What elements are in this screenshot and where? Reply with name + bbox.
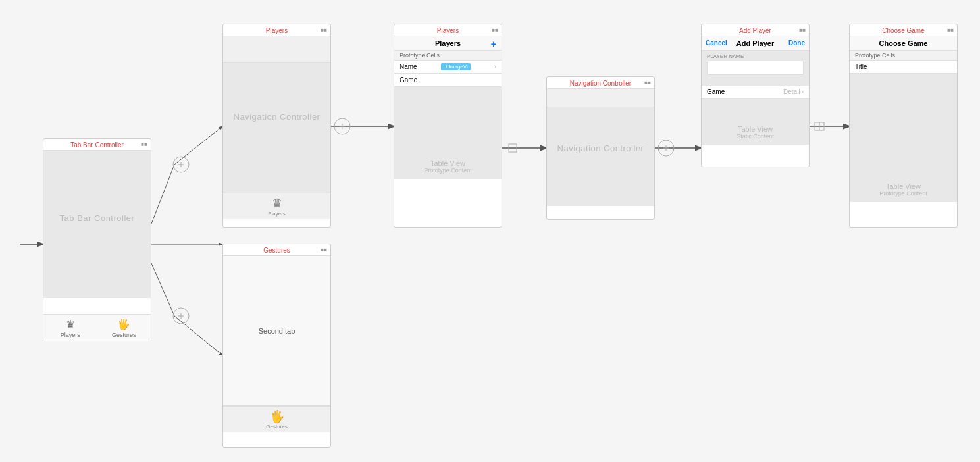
tab-item-players[interactable]: ♛ Players — [43, 315, 97, 342]
tbc-menu-dots[interactable]: ■■ — [141, 141, 147, 147]
nc1-footer-icon: ♛ — [272, 196, 282, 211]
players-title-bar: Players ■■ — [394, 24, 502, 36]
done-btn[interactable]: Done — [788, 39, 805, 47]
tbc-title-bar: Tab Bar Controller ■■ — [43, 139, 151, 151]
add-player-spacer — [702, 78, 809, 86]
svg-line-5 — [174, 316, 222, 355]
players-scene-frame: Players ■■ Players + Prototype Cells Nam… — [394, 24, 502, 228]
storyboard-canvas: Tab Bar Controller ■■ Tab Bar Controller… — [0, 0, 980, 462]
gestures-frame: Gestures ■■ Second tab 🖐 Gestures — [222, 244, 331, 448]
players-tv-sublabel: Prototype Content — [394, 167, 502, 174]
add-player-nav-title: Add Player — [736, 39, 774, 47]
players-nav-bar: Players + — [394, 36, 502, 51]
svg-line-1 — [151, 165, 174, 224]
nc2-title-bar: Navigation Controller ■■ — [547, 77, 654, 89]
choose-game-title-row[interactable]: Title — [850, 61, 957, 74]
tab-item-gestures[interactable]: 🖐 Gestures — [97, 315, 151, 342]
choose-game-title-bar: Choose Game ■■ — [850, 24, 957, 36]
add-player-game-label: Game — [707, 88, 725, 95]
add-player-title-bar: Add Player ■■ — [702, 24, 809, 36]
nc2-nav-placeholder — [547, 89, 654, 107]
choose-game-tv-sublabel: Prototype Content — [850, 190, 957, 197]
tbc-body: Tab Bar Controller — [43, 151, 151, 298]
gestures-tab-label: Gestures — [112, 332, 136, 338]
add-player-menu-dots[interactable]: ■■ — [799, 27, 806, 33]
choose-game-menu-dots[interactable]: ■■ — [947, 27, 954, 33]
nc2-label: Navigation Controller — [547, 143, 654, 153]
add-player-scene-title: Add Player — [739, 27, 771, 34]
gestures-tab-icon: 🖐 — [117, 318, 130, 330]
detail-label: Detail — [783, 88, 800, 95]
tbc-tab-bar: ♛ Players 🖐 Gestures — [43, 314, 151, 342]
add-player-tv-sublabel: Static Content — [702, 133, 809, 140]
gestures-menu-dots[interactable]: ■■ — [321, 247, 327, 253]
player-name-section: PLAYER NAME — [702, 51, 809, 78]
players-scene-title: Players — [437, 27, 459, 34]
choose-game-tv-label-area: Table View Prototype Content — [850, 182, 957, 197]
nc2-menu-dots[interactable]: ■■ — [644, 80, 651, 86]
nav-controller-2-frame: Navigation Controller ■■ Navigation Cont… — [546, 76, 655, 220]
svg-rect-17 — [509, 144, 517, 152]
nc1-label: Navigation Controller — [223, 112, 330, 122]
choose-game-frame: Choose Game ■■ Choose Game Prototype Cel… — [849, 24, 958, 228]
nc1-footer: ♛ Players — [223, 193, 330, 219]
tab-bar-controller-frame: Tab Bar Controller ■■ Tab Bar Controller… — [43, 138, 151, 342]
svg-point-9 — [173, 308, 189, 324]
gestures-body: Second tab — [223, 256, 330, 406]
add-player-detail: Detail › — [783, 88, 804, 95]
svg-line-2 — [174, 126, 222, 165]
svg-rect-23 — [815, 122, 824, 130]
gestures-scene-title: Gestures — [263, 247, 290, 254]
detail-arrow: › — [802, 88, 804, 95]
players-tv-label: Table View — [394, 159, 502, 167]
players-tab-label: Players — [61, 332, 80, 338]
nc1-menu-dots[interactable]: ■■ — [321, 27, 327, 33]
gestures-footer-label: Gestures — [266, 424, 287, 430]
players-body-area: Table View Prototype Content — [394, 87, 502, 179]
player-name-input[interactable] — [707, 61, 804, 75]
add-player-body: Table View Static Content — [702, 99, 809, 145]
svg-point-6 — [173, 157, 189, 172]
choose-game-tv-label: Table View — [850, 182, 957, 190]
name-row-arrow: › — [494, 63, 496, 70]
nc1-footer-label: Players — [268, 211, 286, 217]
svg-line-4 — [151, 263, 174, 316]
gestures-title-bar: Gestures ■■ — [223, 244, 330, 256]
add-player-plus-btn[interactable]: + — [491, 39, 496, 49]
gestures-body-text: Second tab — [259, 327, 296, 335]
add-player-tv-label-area: Table View Static Content — [702, 125, 809, 140]
player-name-field-label: PLAYER NAME — [707, 53, 804, 59]
nc2-body: Navigation Controller — [547, 107, 654, 206]
players-tab-icon: ♛ — [66, 318, 75, 330]
nc1-body: Navigation Controller — [223, 63, 330, 193]
add-player-nav-bar: Cancel Add Player Done — [702, 36, 809, 51]
players-name-label: Name — [400, 63, 417, 70]
nav-controller-1-frame: Players ■■ Navigation Controller ♛ Playe… — [222, 24, 331, 228]
choose-game-scene-title: Choose Game — [882, 27, 924, 34]
players-nav-title: Players — [435, 39, 461, 47]
choose-game-section-header: Prototype Cells — [850, 51, 957, 61]
players-section-header: Prototype Cells — [394, 51, 502, 61]
svg-point-13 — [334, 118, 350, 134]
choose-game-body: Table View Prototype Content — [850, 74, 957, 202]
add-player-frame: Add Player ■■ Cancel Add Player Done PLA… — [701, 24, 810, 167]
players-menu-dots[interactable]: ■■ — [492, 27, 498, 33]
tbc-title: Tab Bar Controller — [70, 141, 124, 149]
players-game-row[interactable]: Game — [394, 74, 502, 87]
svg-point-19 — [658, 140, 674, 156]
add-player-game-row[interactable]: Game Detail › — [702, 86, 809, 99]
uiimage-badge: UIImageVi — [441, 63, 471, 70]
players-name-row[interactable]: Name UIImageVi › — [394, 61, 502, 74]
nc2-title: Navigation Controller — [570, 80, 631, 87]
choose-game-nav-bar: Choose Game — [850, 36, 957, 51]
nc1-title-bar: Players ■■ — [223, 24, 330, 36]
tbc-label: Tab Bar Controller — [43, 213, 151, 223]
players-tv-label-area: Table View Prototype Content — [394, 159, 502, 174]
choose-game-title-label: Title — [855, 63, 867, 70]
cancel-btn[interactable]: Cancel — [706, 39, 727, 47]
players-game-label: Game — [400, 76, 417, 84]
gestures-footer: 🖐 Gestures — [223, 406, 330, 432]
nc1-title: Players — [266, 27, 288, 34]
gestures-footer-icon: 🖐 — [270, 409, 284, 424]
add-player-tv-label: Table View — [702, 125, 809, 133]
